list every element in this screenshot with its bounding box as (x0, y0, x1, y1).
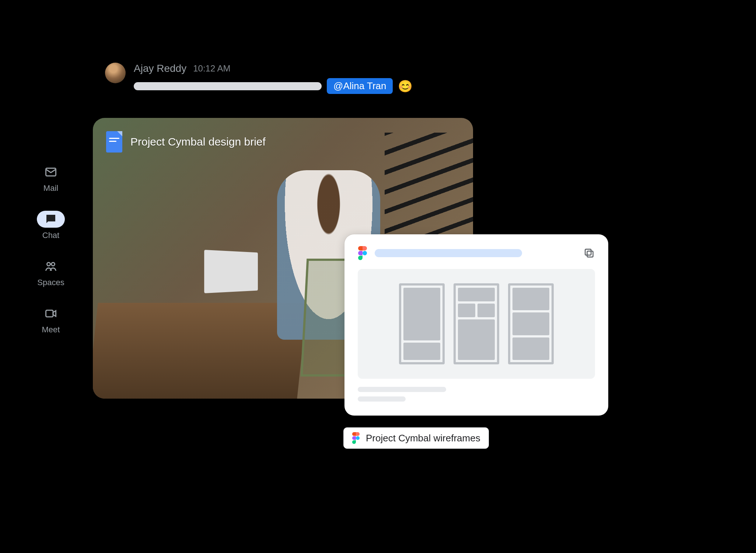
figma-caption-placeholder (358, 387, 595, 402)
nav-label-spaces: Spaces (37, 278, 64, 287)
figma-preview-card[interactable] (344, 234, 608, 416)
spaces-icon (44, 260, 57, 273)
mention-chip[interactable]: @Alina Tran (327, 78, 393, 94)
svg-rect-7 (585, 249, 591, 255)
copy-icon[interactable] (583, 247, 595, 259)
figma-icon (358, 246, 367, 260)
sender-name: Ajay Reddy (134, 63, 186, 74)
nav-chat[interactable]: Chat (37, 211, 65, 240)
svg-point-1 (47, 263, 50, 266)
message-text-placeholder (134, 82, 322, 90)
doc-title: Project Cymbal design brief (130, 136, 266, 148)
chat-icon (44, 213, 57, 226)
svg-rect-3 (46, 310, 53, 317)
nav-spaces[interactable]: Spaces (37, 258, 65, 287)
svg-marker-4 (53, 311, 56, 316)
meet-icon (44, 307, 57, 320)
app-sidebar: Mail Chat Spaces Meet (37, 164, 65, 335)
nav-mail[interactable]: Mail (37, 164, 65, 193)
figma-icon (352, 432, 360, 444)
svg-point-2 (52, 263, 55, 266)
svg-point-8 (356, 436, 360, 440)
message-timestamp: 10:12 AM (193, 63, 230, 74)
nav-label-meet: Meet (42, 325, 60, 335)
figma-chip-label: Project Cymbal wireframes (366, 433, 480, 444)
svg-rect-6 (587, 251, 593, 257)
figma-link-chip[interactable]: Project Cymbal wireframes (343, 427, 489, 449)
smile-emoji: 😊 (398, 79, 413, 93)
mail-icon (44, 165, 57, 179)
chat-message: Ajay Reddy 10:12 AM @Alina Tran 😊 (105, 63, 413, 94)
wireframe-preview (358, 269, 595, 379)
nav-meet[interactable]: Meet (37, 305, 65, 335)
nav-label-mail: Mail (43, 183, 58, 193)
nav-label-chat: Chat (42, 231, 59, 240)
figma-title-placeholder (375, 249, 522, 257)
sender-avatar[interactable] (105, 63, 126, 83)
svg-point-5 (363, 251, 367, 255)
google-docs-icon (106, 131, 122, 153)
